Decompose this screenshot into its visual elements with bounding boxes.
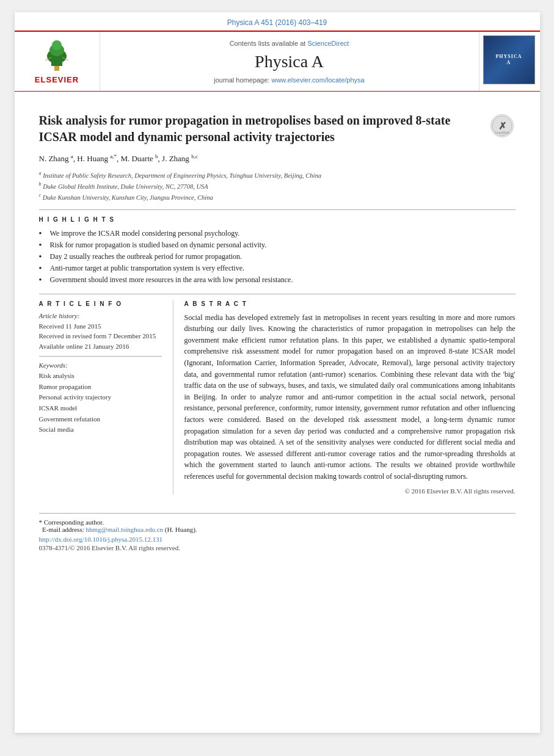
sciencedirect-line: Contents lists available at ScienceDirec… bbox=[230, 40, 349, 47]
info-divider bbox=[39, 356, 162, 357]
journal-url[interactable]: www.elsevier.com/locate/physa bbox=[271, 76, 364, 84]
affiliation-c: c Duke Kunshan University, Kunshan City,… bbox=[39, 192, 516, 203]
issn-line: 0378-4371/© 2016 Elsevier B.V. All right… bbox=[39, 544, 516, 551]
keyword-item: Personal activity trajectory bbox=[39, 392, 162, 403]
svg-text:CrossMark: CrossMark bbox=[494, 131, 509, 134]
divider-1 bbox=[39, 209, 516, 210]
available-date: Available online 21 January 2016 bbox=[39, 341, 162, 352]
article-title: Risk analysis for rumor propagation in m… bbox=[39, 112, 516, 145]
doi-text: Physica A 451 (2016) 403–419 bbox=[227, 18, 327, 27]
affiliation-a: a Institute of Public Safety Research, D… bbox=[39, 170, 516, 181]
journal-cover-area: PHYSICAA bbox=[479, 32, 540, 91]
history-label: Article history: bbox=[39, 312, 162, 319]
elsevier-wordmark: ELSEVIER bbox=[35, 75, 79, 84]
received-date: Received 11 June 2015 bbox=[39, 321, 162, 332]
doi-anchor[interactable]: http://dx.doi.org/10.1016/j.physa.2015.1… bbox=[39, 536, 162, 543]
title-section: Risk analysis for rumor propagation in m… bbox=[39, 112, 516, 145]
crossmark-icon: ✗ CrossMark bbox=[490, 114, 514, 137]
authors-line: N. Zhang a, H. Huang a,*, M. Duarte b, J… bbox=[39, 153, 516, 165]
elsevier-logo: ELSEVIER bbox=[32, 39, 81, 84]
keyword-item: Rumor propagation bbox=[39, 382, 162, 393]
keyword-item: ICSAR model bbox=[39, 403, 162, 414]
email-footnote: E-mail address: hhmg@mail.tsinghua.edu.c… bbox=[39, 526, 516, 533]
article-info-col: A R T I C L E I N F O Article history: R… bbox=[39, 300, 173, 495]
corresponding-author-note: * Corresponding author. bbox=[39, 518, 516, 526]
journal-title: Physica A bbox=[255, 52, 324, 71]
list-item: Anti-rumor target at public transportati… bbox=[39, 263, 516, 274]
email-link[interactable]: hhmg@mail.tsinghua.edu.cn bbox=[86, 526, 163, 533]
list-item: Government should invest more resources … bbox=[39, 274, 516, 286]
sciencedirect-link[interactable]: ScienceDirect bbox=[307, 40, 349, 47]
revised-date: Received in revised form 7 December 2015 bbox=[39, 331, 162, 341]
article-body: Risk analysis for rumor propagation in m… bbox=[15, 92, 540, 501]
keyword-item: Social media bbox=[39, 424, 162, 435]
highlights-heading: H I G H L I G H T S bbox=[39, 216, 516, 223]
abstract-col: A B S T R A C T Social media has develop… bbox=[173, 300, 516, 495]
journal-cover-image: PHYSICAA bbox=[483, 35, 535, 84]
svg-text:✗: ✗ bbox=[498, 121, 506, 131]
keyword-item: Risk analysis bbox=[39, 371, 162, 382]
list-item: Day 2 usually reaches the outbreak perio… bbox=[39, 251, 516, 263]
elsevier-tree-icon bbox=[32, 39, 81, 73]
svg-point-4 bbox=[52, 40, 62, 50]
copyright-line: © 2016 Elsevier B.V. All rights reserved… bbox=[184, 487, 516, 495]
list-item: Risk for rumor propagation is studied ba… bbox=[39, 239, 516, 251]
info-abstract-section: A R T I C L E I N F O Article history: R… bbox=[39, 300, 516, 495]
list-item: We improve the ICSAR model considering p… bbox=[39, 228, 516, 239]
doi-header: Physica A 451 (2016) 403–419 bbox=[15, 12, 540, 31]
journal-info-center: Contents lists available at ScienceDirec… bbox=[100, 32, 479, 91]
crossmark-badge[interactable]: ✗ CrossMark bbox=[489, 112, 516, 139]
abstract-heading: A B S T R A C T bbox=[184, 300, 516, 307]
footnotes-section: * Corresponding author. E-mail address: … bbox=[39, 513, 516, 551]
keyword-item: Government refutation bbox=[39, 414, 162, 425]
journal-homepage: journal homepage: www.elsevier.com/locat… bbox=[214, 76, 364, 84]
abstract-text: Social media has developed extremely fas… bbox=[184, 312, 516, 482]
highlights-list: We improve the ICSAR model considering p… bbox=[39, 228, 516, 286]
keywords-label: Keywords: bbox=[39, 362, 162, 369]
highlights-section: H I G H L I G H T S We improve the ICSAR… bbox=[39, 216, 516, 286]
divider-2 bbox=[39, 294, 516, 294]
affiliations-section: a Institute of Public Safety Research, D… bbox=[39, 170, 516, 203]
article-info-heading: A R T I C L E I N F O bbox=[39, 300, 162, 307]
journal-page: Physica A 451 (2016) 403–419 bbox=[15, 12, 540, 733]
journal-header: ELSEVIER Contents lists available at Sci… bbox=[15, 31, 540, 92]
doi-footer-link: http://dx.doi.org/10.1016/j.physa.2015.1… bbox=[39, 536, 516, 543]
affiliation-b: b Duke Global Health Institute, Duke Uni… bbox=[39, 181, 516, 192]
publisher-logo-area: ELSEVIER bbox=[15, 32, 100, 91]
